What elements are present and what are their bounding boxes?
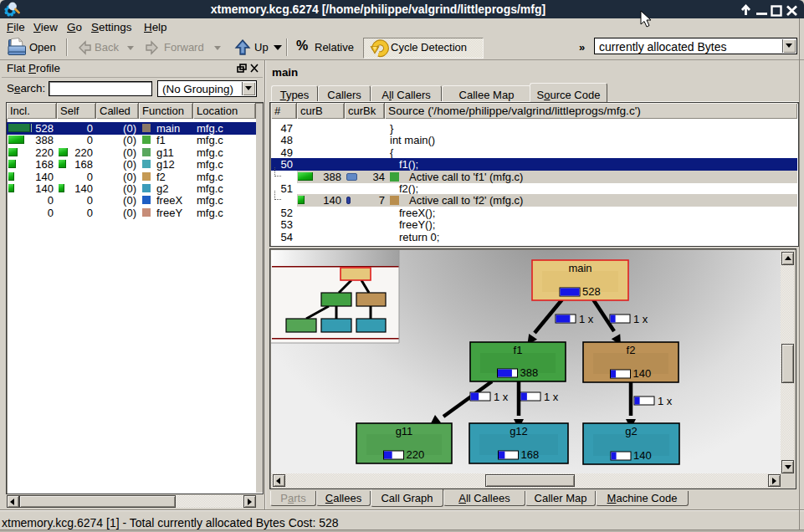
svg-text:140: 140 bbox=[633, 367, 652, 380]
svg-text:140: 140 bbox=[633, 449, 652, 462]
svg-text:g12: g12 bbox=[510, 425, 528, 437]
svg-text:220: 220 bbox=[407, 448, 425, 461]
svg-text:1 x: 1 x bbox=[544, 391, 559, 403]
svg-text:f2: f2 bbox=[627, 344, 636, 356]
svg-text:1 x: 1 x bbox=[494, 391, 509, 403]
svg-text:f1: f1 bbox=[514, 344, 523, 356]
svg-text:g11: g11 bbox=[396, 425, 413, 437]
svg-text:528: 528 bbox=[582, 285, 601, 298]
svg-text:1 x: 1 x bbox=[633, 313, 648, 325]
svg-text:168: 168 bbox=[521, 448, 540, 461]
svg-text:main: main bbox=[568, 262, 591, 274]
svg-text:1 x: 1 x bbox=[579, 313, 594, 325]
svg-text:g2: g2 bbox=[625, 425, 637, 437]
svg-text:1 x: 1 x bbox=[658, 395, 673, 407]
svg-text:388: 388 bbox=[520, 366, 539, 379]
